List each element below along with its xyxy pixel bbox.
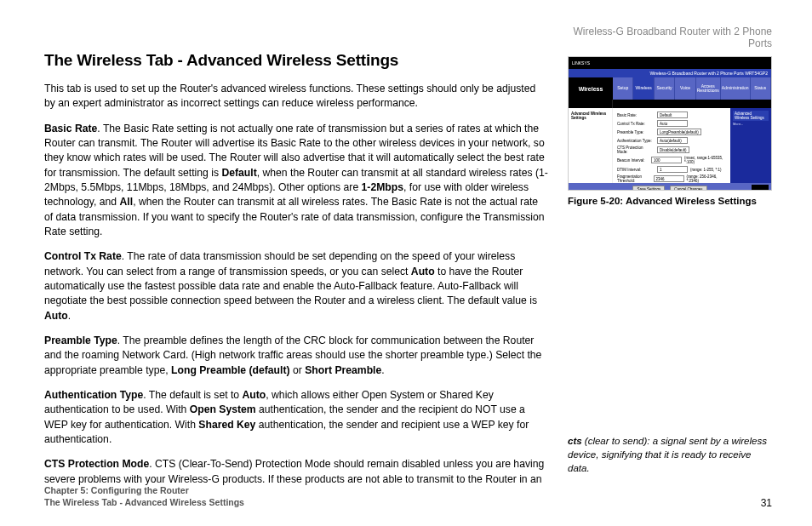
router-save-button: Save Settings <box>632 186 665 191</box>
router-row-extra: (range: 1-255, *:1) <box>690 168 722 172</box>
router-row-label: Authentication Type: <box>617 139 655 143</box>
router-row-value: Disable(default) <box>657 146 689 153</box>
router-row-value: 100 <box>651 157 682 163</box>
router-tab-status: Status <box>751 77 771 100</box>
text-span: . <box>381 364 384 376</box>
router-row-extra: (msec, range:1-65535, *:100) <box>684 156 726 164</box>
page-number: 31 <box>761 497 772 509</box>
text-span: or <box>290 364 306 376</box>
router-row-value: Auto(default) <box>657 137 688 144</box>
router-row-label: Basic Rate: <box>617 113 655 117</box>
intro-paragraph: This tab is used to set up the Router's … <box>44 82 549 111</box>
router-tab-admin: Administration <box>721 77 751 100</box>
router-left-label: Advanced Wireless Settings <box>571 111 609 120</box>
router-row-label: Control Tx Rate: <box>617 122 655 126</box>
router-row-label: CTS Protection Mode: <box>617 146 655 154</box>
router-row-value: Auto <box>657 120 688 127</box>
router-help-title: Advanced Wireless Settings <box>733 111 769 121</box>
figure-caption: Figure 5-20: Advanced Wireless Settings <box>568 196 772 206</box>
router-row-value: 1 <box>657 166 688 173</box>
bold-1-2mbps: 1-2Mbps <box>362 181 403 193</box>
router-row-value: 2346 <box>654 175 684 182</box>
router-row-extra: (range: 256-2346, *:2346) <box>687 174 726 183</box>
text-span: . <box>68 310 71 322</box>
router-row-label: Fragmentation Threshold: <box>617 174 651 183</box>
router-tab-voice: Voice <box>675 77 695 100</box>
product-header: Wireless-G Broadband Router with 2 Phone… <box>568 26 772 49</box>
router-help-more: More... <box>733 123 769 127</box>
page-title: The Wireless Tab - Advanced Wireless Set… <box>44 51 549 70</box>
basic-rate-paragraph: Basic Rate. The Basic Rate setting is no… <box>44 122 549 240</box>
router-topbar: Wireless-G Broadband Router with 2 Phone… <box>569 69 771 77</box>
preamble-label: Preamble Type <box>44 334 117 346</box>
glossary-definition: (clear to send): a signal sent by a wire… <box>568 436 767 473</box>
bold-shared-key: Shared Key <box>198 419 255 431</box>
cisco-logo-icon <box>752 185 769 191</box>
bold-auto: Auto <box>243 389 266 401</box>
router-row-value: Default <box>657 111 688 118</box>
text-span: . The default is set to <box>143 389 242 401</box>
footer-section: The Wireless Tab - Advanced Wireless Set… <box>44 496 244 509</box>
figure-screenshot: LINKSYS Wireless-G Broadband Router with… <box>568 56 772 206</box>
bold-auto: Auto <box>44 310 68 322</box>
router-row-value: LongPreamble(default) <box>657 129 701 135</box>
bold-all: All <box>120 196 134 208</box>
router-tab-setup: Setup <box>613 77 633 100</box>
bold-open-system: Open System <box>190 403 256 415</box>
router-row-label: Preamble Type: <box>617 130 655 134</box>
control-tx-paragraph: Control Tx Rate. The rate of data transm… <box>44 249 549 323</box>
cts-paragraph: CTS Protection Mode. CTS (Clear-To-Send)… <box>44 457 549 487</box>
router-tab-access: Access Restrictions <box>696 77 721 100</box>
basic-rate-label: Basic Rate <box>44 123 97 134</box>
router-section: Wireless <box>569 77 613 100</box>
glossary-term: cts <box>568 436 582 446</box>
router-row-label: DTIM Interval: <box>617 168 655 172</box>
cts-label: CTS Protection Mode <box>44 458 149 470</box>
router-row-label: Beacon Interval: <box>617 158 649 163</box>
preamble-paragraph: Preamble Type. The preamble defines the … <box>44 334 549 378</box>
router-cancel-button: Cancel Changes <box>670 186 706 191</box>
router-tab-security: Security <box>655 77 675 100</box>
control-tx-label: Control Tx Rate <box>44 250 122 262</box>
auth-paragraph: Authentication Type. The default is set … <box>44 388 549 447</box>
bold-auto: Auto <box>411 266 435 277</box>
bold-short-preamble: Short Preamble <box>305 364 381 376</box>
router-tab-wireless: Wireless <box>633 77 654 100</box>
router-brand: LINKSYS <box>569 57 771 69</box>
bold-long-preamble: Long Preamble (default) <box>171 364 290 376</box>
footer-left: Chapter 5: Configuring the Router The Wi… <box>44 484 244 509</box>
footer-chapter: Chapter 5: Configuring the Router <box>44 484 244 497</box>
bold-default: Default <box>221 167 256 179</box>
auth-label: Authentication Type <box>44 389 143 401</box>
